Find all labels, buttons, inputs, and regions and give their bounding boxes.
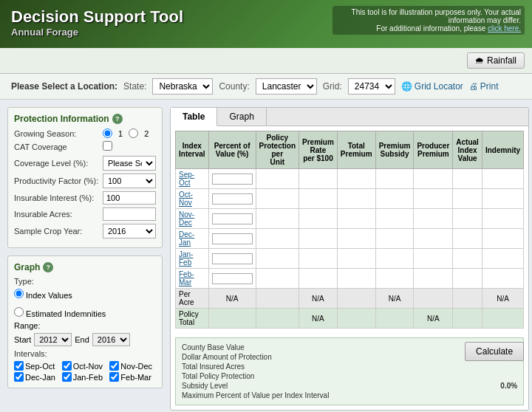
interval-feb-mar-checkbox[interactable] <box>109 372 119 382</box>
productivity-select[interactable]: 100 <box>103 174 156 188</box>
total-insured-row: Total Insured Acres <box>182 362 460 371</box>
insurable-acres-row: Insurable Acres: <box>14 207 156 221</box>
col-indemnity: Indemnity <box>482 131 523 169</box>
productivity-select-container: 100 <box>103 174 156 188</box>
total-insured-label: Total Insured Acres <box>182 363 245 371</box>
growing-season-radio-2[interactable] <box>129 128 138 138</box>
insurable-acres-input[interactable] <box>103 207 156 221</box>
nov-dec-percent[interactable] <box>212 213 253 224</box>
interval-sep-oct-checkbox[interactable] <box>14 361 24 371</box>
jan-feb-link[interactable]: Jan-Feb <box>179 250 193 267</box>
productivity-row: Productivity Factor (%): 100 <box>14 174 156 188</box>
interval-nov-dec: Nov-Dec <box>109 361 156 371</box>
insurable-interest-input[interactable] <box>103 191 156 205</box>
dec-jan-link[interactable]: Dec-Jan <box>179 230 194 247</box>
print-button[interactable]: 🖨 Print <box>469 81 499 92</box>
insurable-interest-row: Insurable Interest (%): <box>14 191 156 205</box>
coverage-level-label: Coverage Level (%): <box>14 159 103 168</box>
growing-season-radio-1[interactable] <box>103 128 112 138</box>
col-percent: Percent of Value (%) <box>208 131 256 169</box>
start-year-select[interactable]: 2012 <box>34 333 72 346</box>
per-acre-row: Per Acre N/A N/A N/A N/A <box>176 289 524 309</box>
sep-oct-link[interactable]: Sep-Oct <box>179 171 194 187</box>
calculate-button[interactable]: Calculate <box>465 342 524 361</box>
left-panel: Protection Information ? Growing Season:… <box>7 107 163 411</box>
main-table: IndexInterval Percent of Value (%) Polic… <box>175 131 524 329</box>
interval-jan-feb: Jan-Feb <box>62 372 109 382</box>
coverage-level-row: Coverage Level (%): Please Select <box>14 156 156 171</box>
growing-season-label-2: 2 <box>144 129 149 138</box>
estimated-indemnities-radio[interactable] <box>14 307 24 317</box>
index-values-option: Index Values <box>14 289 72 300</box>
table-row: Dec-Jan <box>176 229 524 249</box>
per-acre-col5: N/A <box>375 289 414 309</box>
interval-nov-dec-checkbox[interactable] <box>109 361 119 371</box>
feb-mar-link[interactable]: Feb-Mar <box>179 270 194 286</box>
tab-graph[interactable]: Graph <box>217 108 266 126</box>
estimated-indemnities-option: Estimated Indemnities <box>14 307 106 318</box>
cat-coverage-checkbox-container <box>103 141 156 153</box>
sample-crop-year-select[interactable]: 2016 <box>103 224 156 238</box>
graph-section-title: Graph ? <box>14 262 156 272</box>
jan-feb-percent[interactable] <box>212 253 253 264</box>
graph-section: Graph ? Type: Index Values Estimated Ind… <box>7 255 163 388</box>
location-label: Please Select a Location: <box>11 81 117 92</box>
cat-coverage-checkbox[interactable] <box>103 141 112 151</box>
end-year-select[interactable]: 2016 <box>92 333 130 346</box>
max-percent-label: Maximum Percent of Value per Index Inter… <box>182 391 329 399</box>
oct-nov-link[interactable]: Oct-Nov <box>179 190 193 207</box>
grid-label: Grid: <box>323 81 342 92</box>
locator-icon: 🌐 <box>401 81 412 92</box>
interval-oct-nov: Oct-Nov <box>62 361 109 371</box>
tabs-container: Table Graph IndexInterval Percent of Val… <box>170 107 529 411</box>
protection-info-icon: ? <box>112 114 123 124</box>
grid-locator-button[interactable]: 🌐 Grid Locator <box>401 81 463 92</box>
graph-type-row: Index Values Estimated Indemnities <box>14 289 156 318</box>
index-values-radio[interactable] <box>14 289 24 298</box>
feb-mar-percent[interactable] <box>212 273 253 284</box>
sample-crop-year-label: Sample Crop Year: <box>14 227 103 236</box>
coverage-level-select-container: Please Select <box>103 156 156 171</box>
dec-jan-percent[interactable] <box>212 233 253 244</box>
policy-total-col3: N/A <box>299 309 338 329</box>
col-actual-index: ActualIndexValue <box>453 131 482 169</box>
interval-dec-jan-checkbox[interactable] <box>14 372 24 382</box>
rainfall-button[interactable]: 🌧 Rainfall <box>467 52 525 69</box>
per-acre-label: Per Acre <box>176 289 209 309</box>
growing-season-row: Growing Season: 1 2 <box>14 128 156 138</box>
tab-table[interactable]: Table <box>171 108 217 126</box>
grid-select[interactable]: 24734 <box>348 78 395 95</box>
table-row: Sep-Oct <box>176 169 524 189</box>
coverage-level-select[interactable]: Please Select <box>103 156 156 171</box>
per-acre-col3: N/A <box>299 289 338 309</box>
county-select[interactable]: Lancaster <box>256 78 317 95</box>
table-area: IndexInterval Percent of Value (%) Polic… <box>171 126 528 333</box>
intervals-grid: Sep-Oct Oct-Nov Nov-Dec Dec-Jan Jan-Feb <box>14 361 156 382</box>
interval-jan-feb-checkbox[interactable] <box>62 372 72 382</box>
sep-oct-percent[interactable] <box>212 174 253 185</box>
county-label: County: <box>219 81 249 92</box>
col-policy-protection: PolicyProtection perUnit <box>256 131 299 169</box>
tabs-header: Table Graph <box>171 108 528 126</box>
interval-dec-jan: Dec-Jan <box>14 372 61 382</box>
range-row: Range: <box>14 321 156 330</box>
productivity-label: Productivity Factor (%): <box>14 176 103 185</box>
dollar-amount-row: Dollar Amount of Protection <box>182 352 460 362</box>
notice-link[interactable]: click here. <box>488 24 521 32</box>
nov-dec-link[interactable]: Nov-Dec <box>179 210 194 227</box>
policy-total-row: Policy Total N/A N/A <box>176 309 524 329</box>
protection-info-section: Protection Information ? Growing Season:… <box>7 107 163 248</box>
header: Decision Support Tool Annual Forage This… <box>0 0 532 48</box>
subsidy-row: Subsidy Level 0.0% <box>182 381 517 391</box>
state-select[interactable]: Nebraska <box>152 78 213 95</box>
insurable-interest-label: Insurable Interest (%): <box>14 193 103 202</box>
subsidy-value: 0.0% <box>500 382 517 390</box>
right-panel: Table Graph IndexInterval Percent of Val… <box>170 107 529 411</box>
col-total-premium: TotalPremium <box>337 131 375 169</box>
interval-oct-nov-checkbox[interactable] <box>62 361 72 371</box>
growing-season-label: Growing Season: <box>14 129 103 138</box>
main-content: Protection Information ? Growing Season:… <box>0 100 532 412</box>
max-percent-row: Maximum Percent of Value per Index Inter… <box>182 391 517 400</box>
oct-nov-percent[interactable] <box>212 193 253 205</box>
table-row: Nov-Dec <box>176 209 524 229</box>
